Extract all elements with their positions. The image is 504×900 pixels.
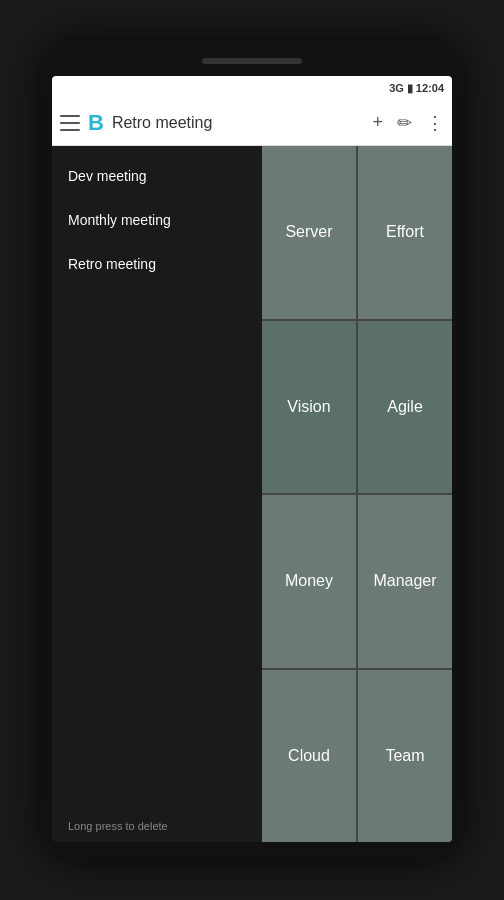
grid-cell-server[interactable]: Server (262, 146, 356, 319)
grid-cell-vision[interactable]: Vision (262, 321, 356, 494)
sidebar-item-monthly[interactable]: Monthly meeting (52, 198, 262, 242)
topic-grid: Server Effort Vision Agile Money Manager (262, 146, 452, 842)
edit-button[interactable]: ✏ (397, 112, 412, 134)
sidebar: Dev meeting Monthly meeting Retro meetin… (52, 146, 262, 842)
grid-cell-effort[interactable]: Effort (358, 146, 452, 319)
battery-icon: ▮ (407, 82, 413, 95)
status-bar: 3G ▮ 12:04 (52, 76, 452, 100)
add-button[interactable]: + (372, 112, 383, 133)
status-icons: 3G ▮ 12:04 (389, 82, 444, 95)
grid-cell-agile[interactable]: Agile (358, 321, 452, 494)
grid-cell-money[interactable]: Money (262, 495, 356, 668)
time-display: 12:04 (416, 82, 444, 94)
hamburger-menu-icon[interactable] (60, 115, 80, 131)
app-bar-title: Retro meeting (112, 114, 365, 132)
sidebar-footer-hint: Long press to delete (52, 810, 262, 842)
grid-cell-manager[interactable]: Manager (358, 495, 452, 668)
app-bar-actions: + ✏ ⋮ (372, 112, 444, 134)
phone-screen: 3G ▮ 12:04 B Retro meeting + ✏ ⋮ (52, 76, 452, 842)
sidebar-item-retro[interactable]: Retro meeting (52, 242, 262, 286)
network-indicator: 3G (389, 82, 404, 94)
grid-cell-team[interactable]: Team (358, 670, 452, 843)
phone-speaker (202, 58, 302, 64)
sidebar-item-dev[interactable]: Dev meeting (52, 154, 262, 198)
app-bar: B Retro meeting + ✏ ⋮ (52, 100, 452, 146)
more-options-button[interactable]: ⋮ (426, 112, 444, 134)
phone-frame: 3G ▮ 12:04 B Retro meeting + ✏ ⋮ (42, 40, 462, 860)
main-content: Dev meeting Monthly meeting Retro meetin… (52, 146, 452, 842)
app-logo: B (88, 112, 104, 134)
grid-cell-cloud[interactable]: Cloud (262, 670, 356, 843)
